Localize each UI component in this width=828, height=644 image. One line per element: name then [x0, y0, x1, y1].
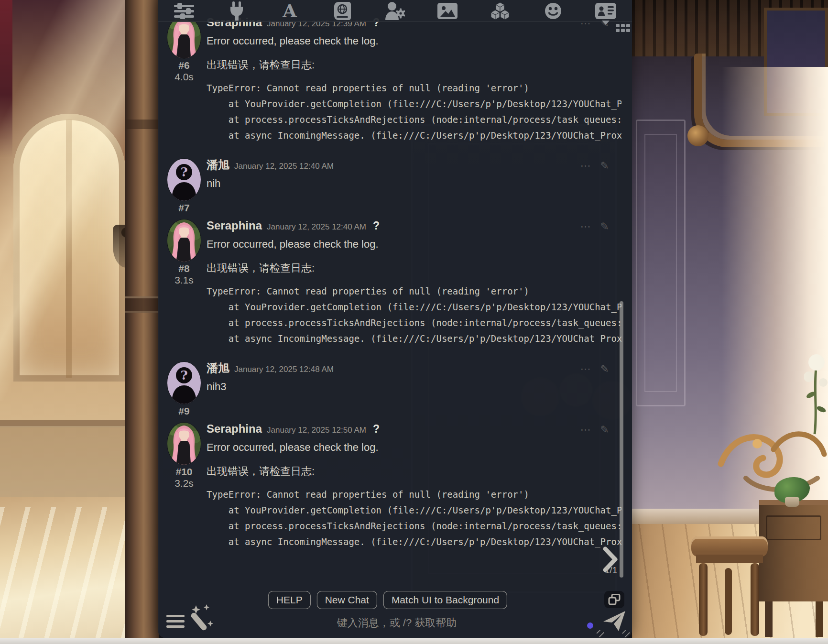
- message-number: #7: [178, 202, 189, 214]
- chat-log: #64.0sSeraphinaJanuary 12, 2025 12:39 AM…: [158, 0, 624, 581]
- bg-stool: [691, 536, 768, 557]
- paper-plane-icon: [602, 609, 626, 633]
- screenshot-root: #64.0sSeraphinaJanuary 12, 2025 12:39 AM…: [0, 0, 828, 644]
- ai-response-config-button[interactable]: [171, 1, 197, 21]
- persona-management-button[interactable]: [540, 1, 567, 21]
- bg-pillar-ring: [125, 120, 159, 129]
- character-management-button[interactable]: [592, 1, 619, 21]
- message-input[interactable]: [229, 611, 564, 635]
- message-text: Error occurred, please check the log.出现错…: [207, 438, 621, 481]
- plug-icon: [229, 1, 245, 21]
- sliders-icon: [174, 3, 194, 19]
- bg-sideboard-leg: [816, 601, 823, 637]
- page-bottom-strip: [0, 638, 828, 644]
- message-actions: ⋯✎: [580, 424, 609, 436]
- bg-wall-panel: [644, 134, 677, 392]
- user-settings-button[interactable]: [381, 1, 408, 21]
- message-number: #10: [175, 466, 192, 478]
- new-chat-button[interactable]: New Chat: [317, 591, 377, 609]
- bg-sideboard-leg: [765, 601, 773, 637]
- message-number: #8: [178, 263, 189, 274]
- message-options-icon[interactable]: ⋯: [580, 220, 591, 233]
- bg-stool-leg: [699, 563, 708, 636]
- message-gen-timer: 3.2s: [174, 478, 194, 489]
- message-gen-timer: 3.1s: [174, 274, 194, 286]
- chat-panel: #64.0sSeraphinaJanuary 12, 2025 12:39 AM…: [158, 0, 632, 638]
- message-author: 潘旭: [207, 158, 229, 171]
- cubes-icon: [490, 2, 511, 20]
- magic-wand-icon: [189, 604, 215, 632]
- message-actions: ⋯✎: [580, 363, 609, 375]
- send-form: HELP New Chat Match UI to Background: [158, 581, 632, 638]
- bg-sideboard-drawer: [766, 515, 821, 540]
- font-icon: A: [280, 2, 299, 20]
- api-connections-button[interactable]: [223, 1, 250, 21]
- message-stack-trace: TypeError: Cannot read properties of nul…: [207, 80, 621, 143]
- smiley-icon: [544, 2, 562, 20]
- match-ui-to-background-button[interactable]: Match UI to Background: [383, 591, 507, 609]
- message-options-icon[interactable]: ⋯: [580, 160, 591, 172]
- extensions-wand-button[interactable]: [189, 604, 215, 634]
- message-edit-icon[interactable]: ✎: [600, 363, 609, 375]
- message-header-glyph: ?: [373, 423, 380, 435]
- message-actions: ⋯✎: [580, 220, 609, 233]
- copy-icon: [608, 594, 621, 605]
- message-text: Error occurred, please check the log.出现错…: [207, 32, 621, 75]
- bg-pillar: [125, 0, 159, 644]
- user-avatar[interactable]: ?: [167, 159, 201, 201]
- message-author: 潘旭: [207, 361, 229, 374]
- bg-plant-vase: [785, 497, 799, 507]
- quick-action-buttons: HELP New Chat Match UI to Background: [268, 591, 507, 609]
- message-author: Seraphina: [207, 219, 262, 232]
- message-edit-icon[interactable]: ✎: [600, 160, 609, 172]
- message-timestamp: January 12, 2025 12:48 AM: [234, 365, 334, 374]
- bg-gold-knob: [687, 125, 708, 146]
- formatting-button[interactable]: A: [276, 1, 303, 21]
- message-timestamp: January 12, 2025 12:40 AM: [267, 222, 366, 231]
- message-timestamp: January 12, 2025 12:50 AM: [267, 426, 366, 435]
- message-number: #9: [178, 405, 189, 417]
- status-dot: [587, 622, 593, 629]
- bg-white-flowers: [804, 349, 828, 435]
- message-author: Seraphina: [207, 422, 262, 435]
- message-text: nih3: [207, 377, 621, 396]
- message-timestamp: January 12, 2025 12:40 AM: [234, 162, 334, 171]
- message-stack-trace: TypeError: Cannot read properties of nul…: [207, 284, 621, 347]
- chat-message: #103.2sSeraphinaJanuary 12, 2025 12:50 A…: [162, 423, 621, 559]
- options-menu-button[interactable]: [166, 615, 185, 628]
- message-text: Error occurred, please check the log.出现错…: [207, 235, 621, 278]
- character-avatar[interactable]: [167, 423, 201, 465]
- bg-stool-leg: [725, 568, 732, 635]
- character-avatar[interactable]: [167, 219, 201, 262]
- message-actions: ⋯✎: [580, 160, 609, 172]
- backgrounds-button[interactable]: [434, 1, 461, 21]
- world-info-button[interactable]: [329, 1, 356, 21]
- chat-scrollbar-thumb[interactable]: [620, 301, 623, 578]
- extensions-button[interactable]: [487, 1, 513, 21]
- message-options-icon[interactable]: ⋯: [580, 424, 591, 436]
- book-globe-icon: [334, 2, 351, 20]
- help-button[interactable]: HELP: [268, 591, 311, 609]
- resize-grip[interactable]: [597, 630, 604, 637]
- message-edit-icon[interactable]: ✎: [600, 424, 609, 436]
- id-card-icon: [595, 3, 616, 19]
- message-grid-toggle[interactable]: [616, 24, 630, 32]
- user-avatar[interactable]: ?: [167, 362, 201, 404]
- user-gear-icon: [385, 2, 405, 20]
- message-edit-icon[interactable]: ✎: [600, 220, 609, 233]
- chat-message: #64.0sSeraphinaJanuary 12, 2025 12:39 AM…: [162, 16, 621, 153]
- swipe-counter: 1/1: [599, 565, 623, 576]
- bg-pillar-ring: [125, 296, 159, 313]
- chat-message: ? #9潘旭January 12, 2025 12:48 AMnih3⋯✎: [162, 362, 621, 417]
- bg-stool-skirt: [696, 555, 763, 563]
- message-header-glyph: ?: [373, 219, 380, 232]
- svg-text:?: ?: [180, 165, 187, 179]
- message-number: #6: [178, 60, 189, 71]
- message-stack-trace: TypeError: Cannot read properties of nul…: [207, 487, 621, 550]
- duplicate-button[interactable]: [604, 591, 624, 608]
- resize-grip[interactable]: [622, 630, 630, 637]
- bg-wainscot-rail: [0, 420, 125, 427]
- chat-message: #83.1sSeraphinaJanuary 12, 2025 12:40 AM…: [162, 219, 621, 356]
- character-avatar[interactable]: [167, 16, 201, 58]
- message-options-icon[interactable]: ⋯: [580, 363, 591, 375]
